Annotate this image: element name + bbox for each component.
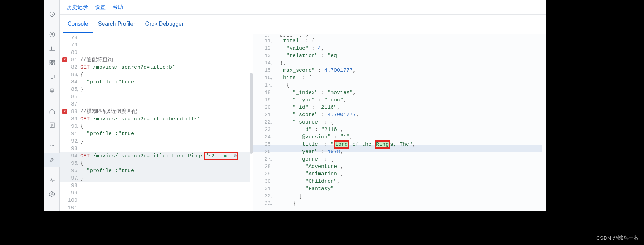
canvas-icon[interactable]: [44, 70, 60, 84]
line-number: 29: [253, 170, 271, 178]
code-line: "title" : "Lord of the Rings, The",: [274, 141, 546, 148]
line-number: 33: [253, 200, 271, 207]
line-number: 82: [60, 64, 77, 71]
line-number: 96: [60, 167, 77, 175]
dashboard-icon[interactable]: [44, 56, 60, 70]
code-line: "relation" : "eq": [274, 52, 546, 59]
svg-point-1: [50, 32, 55, 37]
response-editor[interactable]: 1011121314151617181920212223242526272829…: [253, 34, 546, 211]
code-line: "max_score" : 4.7001777,: [274, 67, 546, 74]
code-line: "Fantasy": [274, 185, 546, 193]
line-number: 95: [60, 160, 77, 167]
line-number: 30: [253, 178, 271, 185]
maps-icon[interactable]: [44, 84, 60, 98]
fold-toggle[interactable]: ▾: [270, 76, 272, 83]
run-icon[interactable]: ▶: [224, 153, 227, 159]
tab-grok-debugger[interactable]: Grok Debugger: [140, 16, 189, 33]
line-number: 32: [253, 193, 271, 200]
line-number: 78: [60, 34, 77, 42]
clock-icon[interactable]: [44, 7, 60, 21]
code-line: GET /movies/_search?q=title:"Lord Rings"…: [80, 152, 253, 160]
svg-rect-3: [53, 60, 55, 62]
fold-toggle[interactable]: ▾: [77, 176, 78, 183]
line-number: 12: [253, 45, 271, 52]
fold-toggle[interactable]: ▾: [270, 83, 272, 90]
error-marker[interactable]: ×: [62, 109, 67, 114]
devtools-icon[interactable]: [44, 153, 60, 167]
line-number: 22: [253, 119, 271, 126]
tabs: Console Search Profiler Grok Debugger: [60, 15, 546, 34]
code-line: {: [274, 82, 546, 89]
settings-link[interactable]: 设置: [95, 4, 106, 11]
logs-icon[interactable]: [44, 118, 60, 132]
code-line: "@version" : "1",: [274, 133, 546, 141]
help-link[interactable]: 帮助: [113, 4, 123, 11]
line-number: 94: [60, 152, 77, 160]
fold-toggle[interactable]: ▾: [270, 157, 272, 164]
code-line: }: [80, 138, 253, 145]
line-number: 23: [253, 126, 271, 133]
code-line: "profile":"true": [80, 78, 253, 86]
fold-toggle[interactable]: ▾: [77, 139, 78, 146]
line-number: 21: [253, 111, 271, 119]
error-marker[interactable]: ×: [62, 57, 67, 62]
gear-icon[interactable]: [44, 187, 60, 201]
code-line: "Animation",: [274, 170, 546, 178]
line-number: 100: [60, 197, 77, 204]
line-number: 89: [60, 115, 77, 123]
code-line: //模糊匹配&近似度匹配: [80, 108, 253, 115]
code-line: "_score" : 4.7001777,: [274, 111, 546, 119]
apm-icon[interactable]: [44, 139, 60, 153]
line-number: 99: [60, 189, 77, 197]
line-number: 92: [60, 138, 77, 145]
line-number: 84: [60, 78, 77, 86]
infra-icon[interactable]: [44, 104, 60, 118]
code-line: },: [274, 59, 546, 67]
code-line: [80, 93, 253, 101]
svg-rect-5: [50, 64, 51, 65]
tab-search-profiler[interactable]: Search Profiler: [93, 16, 140, 33]
top-menu: 历史记录 设置 帮助: [60, 0, 546, 15]
fold-toggle[interactable]: ▾: [77, 87, 78, 95]
svg-point-9: [51, 194, 53, 195]
code-line: [80, 42, 253, 49]
code-line: "Adventure",: [274, 163, 546, 170]
fold-toggle[interactable]: ▾: [77, 73, 78, 80]
fold-toggle[interactable]: ▾: [270, 39, 272, 46]
history-link[interactable]: 历史记录: [67, 4, 88, 11]
code-line: "genre" : [: [274, 156, 546, 163]
scrollbar-thumb[interactable]: [250, 73, 253, 154]
line-number: 91: [60, 130, 77, 138]
line-number: 20: [253, 104, 271, 111]
line-number: 98: [60, 182, 77, 189]
request-editor[interactable]: 7879808182838485868788899091929394959697…: [60, 34, 253, 211]
line-number: 93: [60, 145, 77, 152]
fold-toggle[interactable]: ▾: [270, 120, 272, 127]
line-number: 14: [253, 59, 271, 67]
code-line: ]: [274, 193, 546, 200]
fold-toggle[interactable]: ▾: [77, 124, 78, 132]
svg-rect-4: [53, 63, 55, 65]
line-number: 25: [253, 141, 271, 148]
code-line: "value" : 4,: [274, 45, 546, 52]
tab-console[interactable]: Console: [63, 16, 93, 33]
fold-toggle[interactable]: ▾: [77, 161, 78, 169]
visualize-icon[interactable]: [44, 42, 60, 56]
wrench-icon[interactable]: ⚙: [234, 153, 237, 159]
monitor-icon[interactable]: [44, 173, 60, 187]
line-number: 15: [253, 67, 271, 74]
code-line: }: [80, 175, 253, 182]
code-line: GET /movies/_search?q=title:b*: [80, 64, 253, 71]
code-line: [80, 34, 253, 42]
code-line: }: [274, 200, 546, 207]
svg-rect-6: [50, 75, 54, 78]
code-line: //通配符查询: [80, 56, 253, 64]
line-number: 79: [60, 42, 77, 49]
fold-toggle[interactable]: ▾: [270, 201, 272, 209]
line-number: 19: [253, 96, 271, 104]
code-line: "year" : 1978,: [274, 148, 546, 156]
code-line: [80, 182, 253, 189]
fold-toggle[interactable]: ▾: [270, 61, 272, 68]
compass-icon[interactable]: [44, 27, 60, 42]
fold-toggle[interactable]: ▾: [270, 194, 272, 201]
